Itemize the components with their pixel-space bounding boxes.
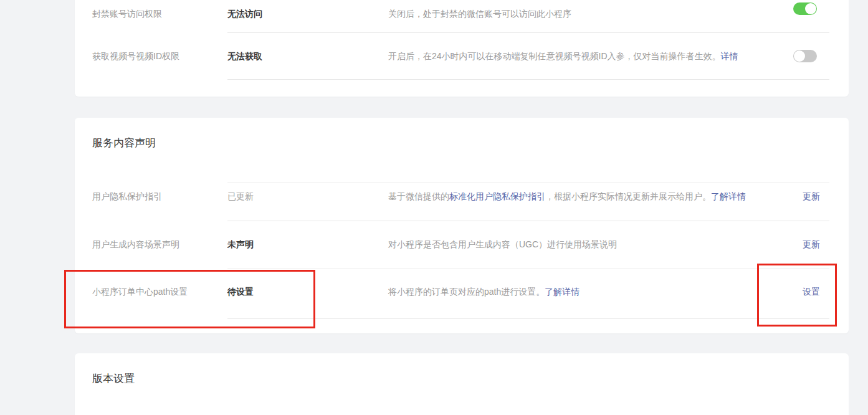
row-description: 基于微信提供的标准化用户隐私保护指引，根据小程序实际情况更新并展示给用户。了解详…: [388, 190, 746, 203]
card-title: 版本设置: [92, 372, 135, 386]
row-divider: [227, 79, 829, 80]
row-description: 对小程序是否包含用户生成内容（UGC）进行使用场景说明: [388, 238, 617, 250]
permissions-card: 封禁账号访问权限 无法访问 关闭后，处于封禁的微信账号可以访问此小程序 获取视频…: [75, 0, 849, 97]
description-text: 开启后，在24小时内可以在移动端复制任意视频号视频ID入参，仅对当前操作者生效。: [388, 51, 721, 61]
banned-account-access-toggle[interactable]: [793, 2, 817, 15]
description-text: 关闭后，处于封禁的微信账号可以访问此小程序: [388, 9, 571, 19]
description-text: ，根据小程序实际情况更新并展示给用户。: [545, 191, 711, 201]
details-link[interactable]: 详情: [721, 51, 738, 61]
row-status: 已更新: [227, 190, 254, 203]
learn-more-link[interactable]: 了解详情: [545, 287, 579, 297]
row-divider: [227, 32, 829, 33]
row-status: 未声明: [227, 238, 254, 250]
row-label: 获取视频号视频ID权限: [92, 50, 179, 62]
learn-more-link[interactable]: 了解详情: [711, 191, 746, 201]
description-text: 将小程序的订单页对应的path进行设置。: [388, 287, 545, 297]
video-id-permission-toggle[interactable]: [793, 50, 817, 62]
version-settings-card: 版本设置: [75, 353, 849, 415]
card-title: 服务内容声明: [92, 136, 156, 150]
row-description: 关闭后，处于封禁的微信账号可以访问此小程序: [388, 7, 571, 20]
set-order-path-button[interactable]: 设置: [803, 285, 820, 298]
update-privacy-button[interactable]: 更新: [803, 190, 820, 203]
description-text: 对小程序是否包含用户生成内容（UGC）进行使用场景说明: [388, 239, 617, 249]
row-label: 封禁账号访问权限: [92, 7, 162, 20]
toggle-knob: [805, 3, 816, 14]
row-divider: [227, 183, 829, 183]
row-status: 无法访问: [227, 7, 262, 20]
toggle-knob: [794, 50, 805, 62]
row-divider: [227, 269, 829, 269]
row-label: 小程序订单中心path设置: [92, 285, 188, 298]
row-divider: [227, 318, 829, 319]
row-description: 开启后，在24小时内可以在移动端复制任意视频号视频ID入参，仅对当前操作者生效。…: [388, 50, 738, 62]
service-declaration-card: 服务内容声明 用户隐私保护指引 已更新 基于微信提供的标准化用户隐私保护指引，根…: [75, 118, 849, 333]
description-text: 基于微信提供的: [388, 191, 449, 201]
row-label: 用户生成内容场景声明: [92, 238, 179, 250]
privacy-guideline-link[interactable]: 标准化用户隐私保护指引: [449, 191, 545, 201]
row-description: 将小程序的订单页对应的path进行设置。了解详情: [388, 285, 579, 298]
row-divider: [227, 221, 829, 221]
row-status: 无法获取: [227, 50, 262, 62]
update-ugc-button[interactable]: 更新: [803, 238, 820, 250]
row-label: 用户隐私保护指引: [92, 190, 162, 203]
row-status: 待设置: [227, 285, 254, 298]
